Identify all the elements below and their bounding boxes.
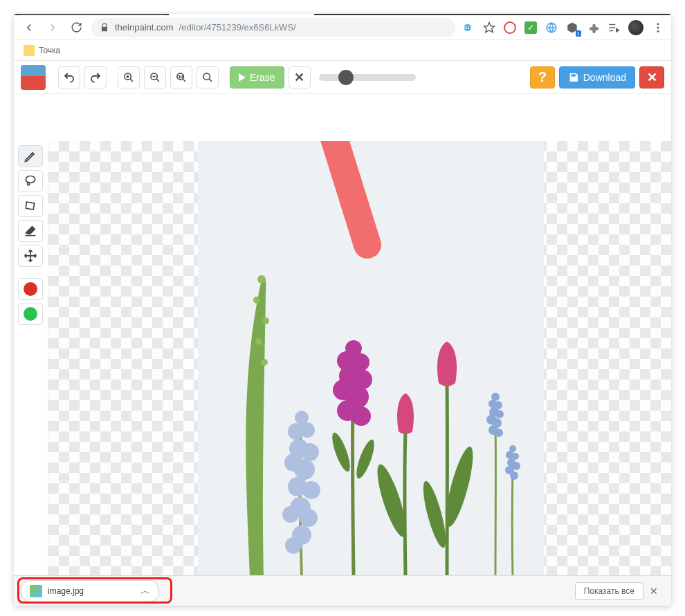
download-label: Download — [583, 72, 626, 83]
lasso-tool[interactable] — [18, 170, 43, 192]
lock-icon — [100, 23, 109, 32]
svg-line-22 — [183, 79, 185, 82]
zoom-actual-button[interactable] — [197, 66, 219, 88]
minimize-button[interactable] — [646, 14, 655, 22]
svg-line-3 — [664, 15, 670, 21]
ext-opera-icon[interactable] — [504, 21, 516, 34]
svg-point-75 — [512, 453, 519, 460]
translate-icon[interactable]: 🌐 — [462, 21, 475, 34]
bookmark-folder[interactable]: Точка — [39, 46, 60, 55]
svg-text:1:1: 1:1 — [179, 74, 183, 78]
cancel-button[interactable]: ✕ — [289, 66, 311, 88]
svg-rect-28 — [26, 235, 36, 236]
svg-line-15 — [130, 79, 133, 82]
help-button[interactable]: ? — [530, 66, 555, 88]
svg-line-25 — [209, 79, 212, 82]
tab-lumpics[interactable]: Lumpics.ru × — [19, 14, 165, 15]
svg-point-12 — [657, 26, 659, 28]
svg-point-44 — [302, 481, 320, 499]
svg-marker-10 — [616, 28, 619, 32]
zoom-fit-button[interactable]: 1:1 — [170, 66, 192, 88]
download-button[interactable]: Download — [559, 66, 635, 88]
erase-label: Erase — [250, 72, 275, 83]
show-all-button[interactable]: Показать все — [575, 582, 643, 600]
new-tab-button[interactable]: + — [318, 14, 338, 15]
svg-point-38 — [300, 422, 315, 438]
svg-point-42 — [294, 459, 315, 480]
work-area — [14, 141, 671, 575]
tab-inpaint[interactable]: Inpaint Online × — [169, 14, 314, 15]
svg-point-46 — [282, 506, 299, 523]
menu-button[interactable] — [652, 21, 664, 34]
svg-point-77 — [512, 462, 520, 470]
file-thumb-icon — [30, 585, 42, 597]
brush-size-slider[interactable] — [319, 74, 416, 81]
eraser-tool[interactable] — [18, 220, 43, 242]
address-bar: theinpaint.com/editor/4751239/ex6S6LkWS/… — [14, 15, 671, 40]
svg-rect-1 — [655, 15, 662, 21]
undo-button[interactable] — [58, 66, 80, 88]
browser-window: Lumpics.ru × Inpaint Online × + theinpai… — [14, 14, 671, 606]
marker-tool[interactable] — [18, 145, 43, 167]
svg-point-11 — [657, 23, 659, 25]
move-tool[interactable] — [18, 245, 43, 267]
svg-point-26 — [26, 176, 35, 183]
profile-avatar[interactable] — [628, 20, 643, 35]
reload-button[interactable] — [68, 19, 84, 36]
ext-cube-icon[interactable]: 1 — [566, 21, 578, 34]
svg-point-72 — [495, 429, 503, 437]
bookmarks-bar: Точка — [14, 40, 671, 61]
playlist-icon[interactable] — [608, 21, 620, 34]
svg-point-13 — [657, 30, 659, 32]
red-dot-icon — [24, 282, 37, 296]
side-toolbar — [14, 141, 48, 575]
svg-marker-5 — [484, 22, 495, 32]
svg-point-32 — [253, 297, 260, 304]
polygon-tool[interactable] — [18, 195, 43, 217]
svg-line-2 — [664, 15, 670, 21]
svg-line-19 — [156, 79, 159, 82]
extension-icons: 🌐 ✓ 1 — [462, 20, 664, 35]
back-button[interactable] — [21, 19, 37, 36]
erase-button[interactable]: Erase — [230, 66, 284, 88]
url-host: theinpaint.com — [115, 22, 174, 32]
svg-point-68 — [495, 410, 504, 418]
redo-button[interactable] — [84, 66, 107, 88]
chevron-up-icon[interactable]: ︿ — [140, 585, 150, 597]
svg-point-47 — [300, 509, 318, 527]
play-icon — [239, 73, 246, 82]
svg-point-49 — [285, 537, 302, 554]
svg-point-79 — [510, 472, 518, 480]
app-toolbar: 1:1 Erase ✕ ? Download ✕ — [14, 61, 671, 94]
star-icon[interactable] — [483, 21, 495, 34]
svg-point-35 — [261, 359, 268, 366]
green-dot-icon — [24, 307, 37, 321]
close-window-button[interactable] — [663, 14, 671, 22]
canvas-image[interactable] — [198, 141, 544, 575]
svg-point-31 — [257, 275, 266, 283]
folder-icon — [24, 45, 35, 56]
svg-point-33 — [262, 317, 269, 324]
svg-point-58 — [351, 407, 371, 426]
close-editor-button[interactable]: ✕ — [639, 66, 664, 88]
save-icon — [568, 72, 579, 83]
url-input[interactable]: theinpaint.com/editor/4751239/ex6S6LkWS/ — [91, 18, 455, 37]
download-bar: image.jpg ︿ Показать все ✕ — [14, 575, 671, 606]
app-logo[interactable] — [21, 65, 46, 90]
maximize-button[interactable] — [655, 14, 663, 22]
ext-check-icon[interactable]: ✓ — [524, 21, 537, 34]
color-remove-red[interactable] — [18, 278, 43, 300]
extensions-button[interactable] — [587, 21, 599, 34]
svg-point-34 — [255, 338, 262, 345]
download-item[interactable]: image.jpg ︿ — [21, 580, 159, 602]
svg-point-40 — [301, 443, 319, 461]
zoom-in-button[interactable] — [118, 66, 140, 88]
color-keep-green[interactable] — [18, 303, 43, 325]
zoom-out-button[interactable] — [144, 66, 166, 88]
canvas-area[interactable] — [48, 141, 671, 575]
close-downloadbar-button[interactable]: ✕ — [643, 586, 664, 597]
forward-button[interactable] — [44, 19, 61, 36]
ext-globe-icon[interactable] — [545, 21, 558, 34]
svg-point-24 — [203, 73, 210, 80]
slider-thumb[interactable] — [338, 70, 354, 85]
